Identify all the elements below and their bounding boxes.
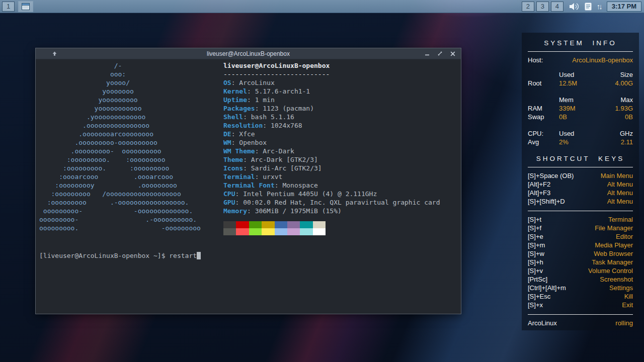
neofetch-line: WM Theme: Arc-Dark [223,147,440,155]
shortcut-row: [S]+Space (OB)Main Menu [528,171,633,180]
shortcut-row: [S]+fFile Manager [528,224,633,232]
shade-window-icon[interactable] [52,51,57,56]
neofetch-line: Theme: Arc-Dark [GTK2/3] [223,155,440,164]
workspace-button-1[interactable]: 1 [2,2,15,12]
neofetch-line: OS: ArcoLinux [223,78,440,87]
shortcut-row: [S]+EscKill [528,292,633,301]
palette-swatch [249,228,262,235]
palette-swatch [287,221,300,228]
neofetch-line: Terminal: urxvt [223,172,440,181]
minimize-button[interactable] [425,51,430,56]
divider [528,211,633,211]
taskbar-panel: 1 2 3 4 ↑↓ 3:17 PM [0,0,644,13]
shell-prompt[interactable]: [liveuser@ArcoLinuxB-openbox ~]$ restart [39,251,201,260]
shortcut-row: [Alt]+F2Alt Menu [528,180,633,189]
divider [528,51,633,52]
system-info-title: SYSTEM INFO [528,39,633,47]
shortcut-keys-title: SHORTCUT KEYS [528,154,633,163]
ram-row: RAM339M1.93G [528,104,633,113]
workspace-button-3[interactable]: 3 [536,2,549,12]
disk-header-row: UsedSize [528,70,633,79]
neofetch-line: CPU: Intel Pentium 4405U (4) @ 2.111GHz [223,190,440,198]
maximize-button[interactable] [437,51,443,56]
disk-row: Root12.5M4.00G [528,79,633,87]
neofetch-line: Terminal Font: Monospace [223,181,440,190]
shortcut-row: [S]+[Shift]+DAlt Menu [528,197,633,206]
clipboard-icon[interactable] [584,2,592,11]
divider [528,167,633,167]
palette-swatch [236,221,249,228]
text-cursor [197,252,201,259]
neofetch-info: liveuser@ArcoLinuxB-openbox ------------… [223,61,440,235]
distro-footer-row: ArcoLinux rolling [528,319,633,327]
workspace-button-4[interactable]: 4 [551,2,564,12]
shortcut-row: [S]+vVolume Control [528,266,633,275]
window-menu-icon[interactable] [40,51,45,56]
neofetch-line: GPU: 00:02.0 Red Hat, Inc. QXL paravirtu… [223,198,440,207]
neofetch-line: Resolution: 1024x768 [223,121,440,130]
neofetch-line: Packages: 1123 (pacman) [223,104,440,113]
neofetch-line: WM: Openbox [223,138,440,147]
palette-swatch [262,228,274,235]
shortcut-row: [Ctrl]+[Alt]+mSettings [528,284,633,292]
system-tray: ↑↓ [569,2,601,11]
shortcut-row: [S]+wWeb Browser [528,249,633,258]
palette-swatch [300,228,312,235]
palette-swatch [223,221,236,228]
close-button[interactable] [450,51,455,56]
palette-swatch [275,221,287,228]
terminal-window: liveuser@ArcoLinuxB-openbox /- ooo: yooo [35,48,461,314]
palette-swatch [236,228,249,235]
mem-header-row: MemMax [528,96,633,104]
divider [528,314,633,315]
neofetch-line: Kernel: 5.17.6-arch1-1 [223,87,440,96]
shortcut-row: [S]+mMedia Player [528,241,633,249]
shortcut-row: [PrtSc]Screenshot [528,275,633,284]
swap-row: Swap0B0B [528,113,633,121]
terminal-color-palette [223,221,440,235]
shortcut-row: [Alt]+F3Alt Menu [528,189,633,197]
palette-swatch [275,228,287,235]
panel-clock[interactable]: 3:17 PM [607,2,641,12]
neofetch-line: Shell: bash 5.1.16 [223,113,440,121]
neofetch-line: Uptime: 1 min [223,96,440,104]
palette-swatch [287,228,300,235]
neofetch-line: DE: Xfce [223,130,440,138]
workspace-button-2[interactable]: 2 [522,2,534,12]
shortcut-row: [S]+tTerminal [528,215,633,224]
palette-swatch [223,228,236,235]
neofetch-line: Memory: 306MiB / 1975MiB (15%) [223,207,440,215]
shortcut-row: [S]+xExit [528,301,633,309]
neofetch-line: Icons: Sardi-Arc [GTK2/3] [223,164,440,172]
shortcut-row: [S]+hTask Manager [528,258,633,266]
cpu-header-row: CPU:UsedGHz [528,129,633,138]
palette-swatch [313,221,326,228]
taskbar-window-button[interactable] [18,1,33,12]
palette-swatch [313,228,326,235]
host-row: Host: ArcoLinuxB-openbox [528,56,633,64]
palette-swatch [300,221,312,228]
palette-swatch [262,221,274,228]
window-title: liveuser@ArcoLinuxB-openbox [207,50,290,57]
neofetch-ascii-logo: /- ooo: yoooo/ yooooooo yooooooooo yoooo… [39,61,223,235]
neofetch-userhost: liveuser@ArcoLinuxB-openbox [223,61,440,70]
palette-swatch [249,221,262,228]
volume-icon[interactable] [569,2,580,11]
neofetch-underline: --------------------------- [223,70,440,78]
conky-system-panel: SYSTEM INFO Host: ArcoLinuxB-openbox Use… [522,33,639,330]
window-titlebar[interactable]: liveuser@ArcoLinuxB-openbox [36,48,461,59]
window-icon [22,3,30,10]
shortcut-row: [S]+eEditor [528,232,633,241]
terminal-screen[interactable]: /- ooo: yoooo/ yooooooo yooooooooo yoooo… [36,59,461,314]
cpu-row: Avg2%2.11 [528,138,633,146]
network-traffic-icon[interactable]: ↑↓ [597,3,601,10]
